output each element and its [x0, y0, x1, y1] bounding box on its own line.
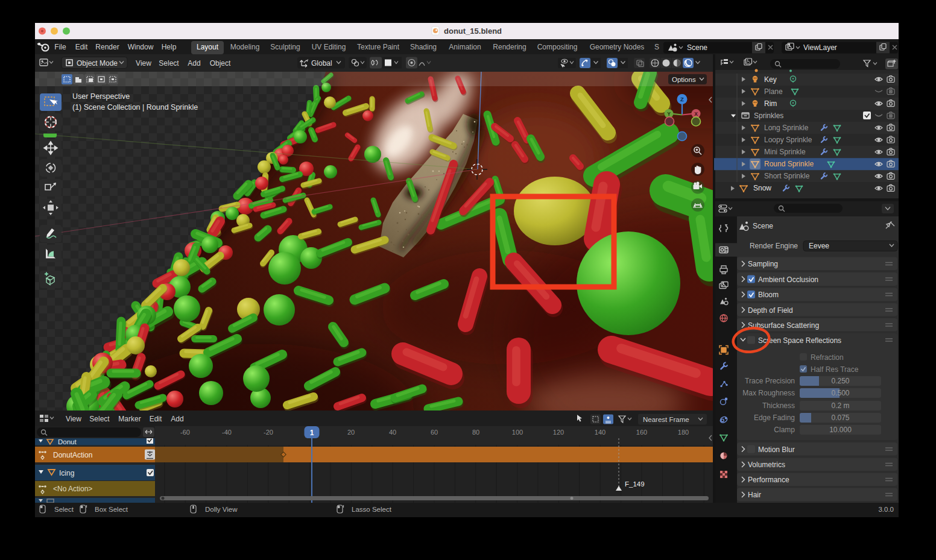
- svg-text:Long Sprinkle: Long Sprinkle: [764, 124, 809, 132]
- svg-text:Key: Key: [764, 75, 777, 84]
- svg-text:Screen Space Reflections: Screen Space Reflections: [758, 336, 841, 345]
- svg-text:Z: Z: [680, 96, 684, 102]
- svg-text:Motion Blur: Motion Blur: [758, 445, 795, 454]
- svg-text:0.2 m: 0.2 m: [831, 401, 849, 410]
- svg-text:Modeling: Modeling: [230, 43, 260, 51]
- svg-text:Edit: Edit: [75, 43, 88, 51]
- svg-text:View: View: [136, 59, 151, 68]
- svg-text:1: 1: [310, 429, 314, 437]
- svg-text:DonutAction: DonutAction: [53, 451, 92, 459]
- svg-text:Clamp: Clamp: [774, 426, 795, 434]
- svg-text:10.000: 10.000: [829, 426, 852, 434]
- svg-text:Depth of Field: Depth of Field: [748, 306, 793, 315]
- svg-text:Marker: Marker: [118, 415, 141, 423]
- svg-text:20: 20: [347, 429, 355, 436]
- svg-text:Sprinkles: Sprinkles: [754, 112, 783, 120]
- svg-text:Y: Y: [667, 111, 671, 117]
- svg-text:60: 60: [431, 429, 438, 436]
- svg-text:Geometry Nodes: Geometry Nodes: [590, 43, 645, 51]
- svg-text:(1) Scene Collection | Round S: (1) Scene Collection | Round Sprinkle: [72, 103, 198, 112]
- svg-text:Ambient Occlusion: Ambient Occlusion: [758, 275, 818, 284]
- svg-text:Lasso Select: Lasso Select: [352, 506, 392, 513]
- svg-text:Eevee: Eevee: [809, 242, 829, 250]
- svg-text:Window: Window: [128, 43, 154, 51]
- svg-text:Sculpting: Sculpting: [270, 43, 300, 51]
- svg-text:Thickness: Thickness: [762, 401, 795, 410]
- svg-text:140: 140: [595, 429, 606, 436]
- svg-text:Help: Help: [162, 43, 177, 51]
- svg-text:Scene: Scene: [753, 222, 773, 230]
- svg-text:F_149: F_149: [625, 480, 645, 488]
- svg-text:100: 100: [512, 429, 523, 436]
- svg-text:Plane: Plane: [764, 87, 783, 96]
- svg-text:Rendering: Rendering: [493, 43, 526, 51]
- svg-text:120: 120: [553, 429, 564, 436]
- svg-text:3.0.0: 3.0.0: [878, 506, 894, 513]
- svg-text:User Perspective: User Perspective: [72, 92, 130, 101]
- svg-text:Box Select: Box Select: [95, 506, 128, 513]
- svg-text:Refraction: Refraction: [811, 353, 844, 362]
- svg-text:Compositing: Compositing: [537, 43, 578, 51]
- svg-text:View: View: [66, 415, 81, 423]
- svg-text:Rim: Rim: [764, 99, 777, 108]
- svg-text:-40: -40: [222, 429, 232, 436]
- svg-text:<No Action>: <No Action>: [53, 485, 92, 493]
- svg-text:Animation: Animation: [449, 43, 481, 51]
- svg-text:Icing: Icing: [59, 469, 74, 477]
- svg-text:180: 180: [678, 429, 689, 436]
- svg-text:Object: Object: [210, 59, 231, 68]
- svg-text:Edge Fading: Edge Fading: [754, 414, 795, 422]
- svg-text:Select: Select: [159, 59, 179, 68]
- svg-text:80: 80: [472, 429, 479, 436]
- svg-text:Trace Precision: Trace Precision: [745, 377, 795, 385]
- svg-text:Global: Global: [311, 59, 332, 68]
- svg-text:Object Mode: Object Mode: [77, 59, 118, 68]
- svg-text:Performance: Performance: [748, 476, 789, 484]
- svg-text:Layout: Layout: [197, 43, 219, 51]
- svg-text:Volumetrics: Volumetrics: [748, 461, 785, 469]
- svg-text:Add: Add: [171, 415, 183, 423]
- svg-text:Render: Render: [95, 43, 119, 51]
- svg-text:S: S: [654, 43, 659, 51]
- svg-text:Texture Paint: Texture Paint: [357, 43, 400, 51]
- svg-text:Scene: Scene: [687, 43, 707, 52]
- svg-text:Bloom: Bloom: [758, 291, 779, 299]
- svg-text:ViewLayer: ViewLayer: [803, 43, 837, 52]
- svg-text:Round Sprinkle: Round Sprinkle: [764, 160, 814, 168]
- svg-text:Shading: Shading: [410, 43, 437, 51]
- svg-text:donut_15.blend: donut_15.blend: [444, 27, 502, 36]
- svg-text:Add: Add: [188, 59, 200, 68]
- svg-text:Dolly View: Dolly View: [205, 506, 238, 513]
- svg-text:X: X: [694, 111, 698, 117]
- svg-text:Short Sprinkle: Short Sprinkle: [764, 172, 810, 180]
- svg-text:Select: Select: [54, 506, 74, 513]
- svg-text:Select: Select: [89, 415, 110, 423]
- svg-text:-20: -20: [264, 429, 273, 436]
- svg-text:Loopy Sprinkle: Loopy Sprinkle: [764, 136, 812, 144]
- svg-text:File: File: [54, 43, 66, 51]
- svg-text:Max Roughness: Max Roughness: [742, 389, 795, 397]
- svg-text:Edit: Edit: [150, 415, 162, 423]
- svg-text:40: 40: [389, 429, 396, 436]
- svg-text:Mini Sprinkle: Mini Sprinkle: [764, 148, 806, 156]
- svg-text:Sampling: Sampling: [748, 260, 778, 268]
- svg-text:Hair: Hair: [748, 491, 761, 499]
- svg-text:-60: -60: [180, 429, 190, 436]
- svg-text:0.075: 0.075: [831, 414, 849, 422]
- svg-text:Options: Options: [672, 76, 696, 83]
- svg-text:Nearest Frame: Nearest Frame: [643, 416, 689, 423]
- svg-text:0.500: 0.500: [831, 389, 849, 397]
- svg-text:Snow: Snow: [753, 184, 771, 192]
- svg-text:Render Engine: Render Engine: [750, 242, 798, 250]
- svg-text:160: 160: [636, 429, 647, 436]
- svg-text:Donut: Donut: [58, 438, 77, 445]
- svg-text:0.250: 0.250: [831, 377, 849, 385]
- svg-text:UV Editing: UV Editing: [312, 43, 346, 51]
- svg-text:Half Res Trace: Half Res Trace: [811, 365, 859, 374]
